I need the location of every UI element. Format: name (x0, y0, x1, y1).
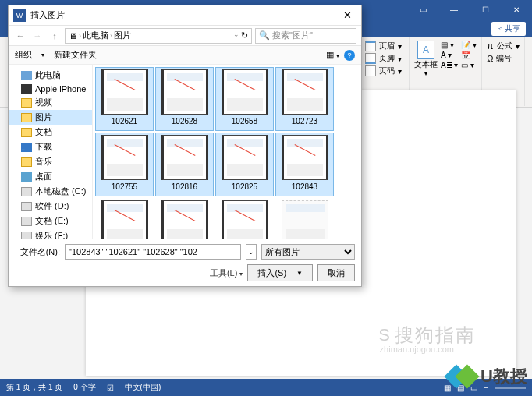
help-icon[interactable]: ? (344, 50, 355, 61)
equation-button[interactable]: π 公式 ▾ (487, 41, 519, 51)
search-icon: 🔍 (259, 30, 270, 41)
thumb-item[interactable] (275, 198, 334, 239)
thumb-item[interactable] (215, 198, 274, 239)
share-button[interactable]: ♂ 共享 (491, 22, 526, 36)
thumb-item[interactable]: 102628 (155, 67, 214, 131)
status-lang[interactable]: 中文(中国) (125, 382, 161, 393)
organize-button[interactable]: 组织 (15, 49, 32, 61)
insert-button[interactable]: 插入(S)▼ (247, 264, 313, 281)
tree-pictures[interactable]: 图片 (9, 110, 92, 125)
pc-icon: 🖥 (69, 31, 77, 41)
ribbon-options-icon[interactable]: ▭ (407, 0, 438, 20)
word-icon: W (13, 9, 26, 22)
dialog-toolbar: 组织▾ 新建文件夹 ▦ ▾ ? (9, 46, 361, 65)
tree-fdrive[interactable]: 娱乐 (F:) (9, 228, 92, 239)
dialog-title: 插入图片 (30, 9, 65, 21)
thumb-item[interactable]: 102621 (95, 67, 154, 131)
status-proof-icon[interactable]: ☑ (107, 384, 114, 392)
close-icon[interactable]: ✕ (501, 0, 532, 20)
search-input[interactable]: 🔍 搜索"图片" (255, 28, 356, 44)
dialog-nav: ← → ↑ 🖥› 此电脑› 图片 ⌄↻ 🔍 搜索"图片" (9, 26, 361, 46)
tree-video[interactable]: 视频 (9, 95, 92, 110)
dialog-titlebar[interactable]: W 插入图片 ✕ (9, 5, 361, 26)
chevron-down-icon: ▼ (293, 270, 303, 277)
filename-dropdown[interactable]: ⌄ (246, 244, 257, 260)
thumb-item[interactable]: 102843 (275, 133, 334, 196)
thumb-item[interactable]: 102755 (95, 133, 154, 196)
tree-downloads[interactable]: ↓下载 (9, 140, 92, 154)
tools-button[interactable]: 工具(L) ▾ (210, 267, 243, 279)
filename-input[interactable] (65, 244, 241, 260)
object-button[interactable]: ▭ ▾ (461, 61, 477, 69)
tree-docs[interactable]: 文档 (9, 125, 92, 140)
logo-overlay: U教授 (448, 365, 527, 388)
breadcrumb[interactable]: 🖥› 此电脑› 图片 ⌄↻ (65, 28, 252, 44)
new-folder-button[interactable]: 新建文件夹 (54, 49, 97, 61)
thumb-item[interactable]: 102816 (155, 133, 214, 196)
filter-select[interactable]: 所有图片 (261, 244, 355, 260)
tree-desktop[interactable]: 桌面 (9, 169, 92, 184)
thumb-item[interactable]: 102658 (215, 67, 274, 131)
minimize-icon[interactable]: — (438, 0, 470, 20)
dialog-footer: 文件名(N): ⌄ 所有图片 工具(L) ▾ 插入(S)▼ 取消 (9, 239, 361, 286)
tree-ddrive[interactable]: 软件 (D:) (9, 199, 92, 214)
refresh-icon[interactable]: ↻ (241, 30, 248, 41)
filename-label: 文件名(N): (15, 246, 60, 258)
close-icon[interactable]: ✕ (338, 9, 356, 21)
footer-button[interactable]: 页脚 ▾ (365, 53, 404, 64)
tree-edrive[interactable]: 文档 (E:) (9, 214, 92, 228)
dropcap-button[interactable]: A≣ ▾ (441, 61, 458, 69)
datetime-button[interactable]: 📅 (461, 51, 477, 59)
textbox-button[interactable]: A 文本框▾ (414, 41, 438, 77)
maximize-icon[interactable]: ☐ (470, 0, 501, 20)
cancel-button[interactable]: 取消 (317, 264, 355, 281)
logo-text: U教授 (481, 365, 527, 388)
pagenum-button[interactable]: 页码 ▾ (365, 65, 404, 76)
thumbnail-grid[interactable]: 102621 102628 102658 102723 102755 10281… (93, 65, 361, 239)
header-button[interactable]: 页眉 ▾ (365, 41, 404, 51)
forward-button[interactable]: → (30, 29, 44, 43)
tree-iphone[interactable]: Apple iPhone (9, 83, 92, 95)
thumb-item[interactable] (155, 198, 214, 239)
back-button[interactable]: ← (13, 29, 27, 43)
sigline-button[interactable]: 📝 ▾ (461, 41, 477, 49)
up-button[interactable]: ↑ (48, 29, 62, 43)
watermark-url: zhiman.ujogou.com (380, 345, 454, 354)
nav-tree[interactable]: 此电脑 Apple iPhone 视频 图片 文档 ↓下载 音乐 桌面 本地磁盘… (9, 65, 93, 239)
view-options-icon[interactable]: ▦ ▾ (326, 50, 339, 60)
wordart-button[interactable]: A ▾ (441, 51, 458, 59)
tree-cdrive[interactable]: 本地磁盘 (C:) (9, 184, 92, 199)
quickparts-button[interactable]: ▤ ▾ (441, 41, 458, 49)
status-words[interactable]: 0 个字 (73, 382, 95, 393)
insert-picture-dialog: W 插入图片 ✕ ← → ↑ 🖥› 此电脑› 图片 ⌄↻ 🔍 搜索"图片" 组织… (8, 5, 362, 287)
tree-thispc[interactable]: 此电脑 (9, 68, 92, 83)
thumb-item[interactable]: 102723 (275, 67, 334, 131)
symbol-button[interactable]: Ω 编号 (487, 53, 519, 64)
thumb-item[interactable] (95, 198, 154, 239)
status-page[interactable]: 第 1 页，共 1 页 (6, 382, 62, 393)
tree-music[interactable]: 音乐 (9, 154, 92, 169)
thumb-item[interactable]: 102825 (215, 133, 274, 196)
